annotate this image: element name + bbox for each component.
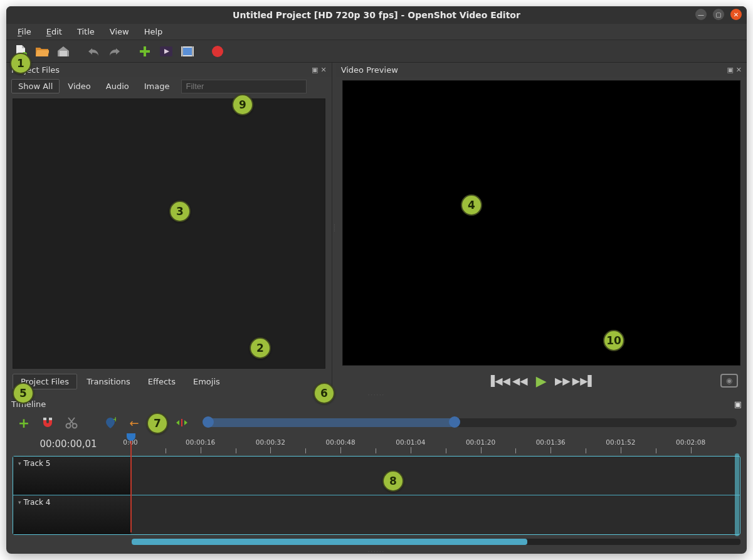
svg-rect-4 bbox=[182, 46, 183, 56]
filter-bar: Show All Video Audio Image bbox=[6, 77, 332, 96]
tab-transitions[interactable]: Transitions bbox=[78, 374, 139, 389]
tab-effects[interactable]: Effects bbox=[140, 374, 184, 389]
new-project-button[interactable] bbox=[13, 43, 29, 60]
svg-rect-8 bbox=[49, 418, 52, 420]
fast-forward-button[interactable]: ▶▶ bbox=[554, 372, 571, 389]
horizontal-scrollbar[interactable] bbox=[132, 539, 740, 545]
snapshot-button[interactable]: ◉ bbox=[720, 374, 738, 388]
track-header[interactable]: ▾Track 4 bbox=[13, 495, 131, 534]
video-preview-title: Video Preview bbox=[341, 65, 398, 75]
maximize-button[interactable] bbox=[713, 9, 724, 20]
choose-profile-button[interactable] bbox=[158, 43, 174, 60]
time-display: 00:00:00,01 bbox=[6, 435, 130, 453]
window-title: Untitled Project [HD 720p 30 fps] - Open… bbox=[233, 10, 520, 20]
undock-preview-icon[interactable]: ▣ bbox=[727, 66, 733, 74]
project-files-panel: Project Files ▣ ✕ Show All Video Audio I… bbox=[6, 63, 332, 393]
minimize-button[interactable] bbox=[695, 9, 707, 20]
menu-view[interactable]: View bbox=[103, 26, 135, 38]
svg-point-10 bbox=[73, 424, 77, 428]
timeline-title: Timeline bbox=[11, 399, 46, 409]
play-button[interactable]: ▶ bbox=[533, 372, 549, 389]
app-window: Untitled Project [HD 720p 30 fps] - Open… bbox=[6, 6, 747, 554]
menu-help[interactable]: Help bbox=[138, 26, 169, 38]
tick-label: 00:00:16 bbox=[186, 438, 215, 446]
tick-label: 00:02:08 bbox=[676, 438, 705, 446]
filter-image[interactable]: Image bbox=[137, 79, 177, 93]
tab-emojis[interactable]: Emojis bbox=[185, 374, 228, 389]
title-bar: Untitled Project [HD 720p 30 fps] - Open… bbox=[6, 6, 747, 24]
jump-start-button[interactable]: ▐◀◀ bbox=[490, 372, 507, 389]
track-row[interactable]: ▾Track 5 bbox=[13, 457, 740, 495]
zoom-handle-left[interactable] bbox=[203, 416, 214, 428]
tab-project-files[interactable]: Project Files bbox=[13, 374, 77, 389]
track-header[interactable]: ▾Track 5 bbox=[13, 457, 131, 495]
project-files-area[interactable] bbox=[13, 98, 325, 369]
tick-label: 00:00:48 bbox=[326, 438, 355, 446]
track-label: Track 5 bbox=[24, 459, 51, 468]
close-preview-icon[interactable]: ✕ bbox=[736, 66, 742, 74]
video-preview-area[interactable] bbox=[342, 80, 740, 366]
svg-rect-7 bbox=[43, 418, 46, 420]
tick-label: 00:01:36 bbox=[536, 438, 566, 446]
redo-button[interactable] bbox=[107, 43, 123, 60]
center-playhead-button[interactable] bbox=[174, 415, 189, 430]
timeline-panel: Timeline ▣ + + ← → bbox=[6, 397, 747, 554]
tracks-container: ▾Track 5▾Track 4 bbox=[13, 456, 740, 535]
open-project-button[interactable] bbox=[34, 43, 50, 60]
import-files-button[interactable] bbox=[137, 43, 153, 60]
svg-rect-5 bbox=[192, 46, 193, 56]
svg-rect-3 bbox=[182, 48, 192, 55]
playhead[interactable] bbox=[130, 435, 132, 532]
tick-label: 00:00:32 bbox=[256, 438, 285, 446]
jump-end-button[interactable]: ▶▶▌ bbox=[576, 372, 592, 389]
previous-marker-button[interactable]: ← bbox=[127, 415, 142, 430]
track-body[interactable] bbox=[131, 457, 740, 495]
filter-video[interactable]: Video bbox=[61, 79, 97, 93]
menu-title[interactable]: Title bbox=[71, 26, 101, 38]
chevron-down-icon[interactable]: ▾ bbox=[18, 499, 21, 505]
timeline-toolbar: + + ← → bbox=[6, 411, 747, 435]
undo-button[interactable] bbox=[85, 43, 102, 60]
svg-text:+: + bbox=[113, 416, 116, 423]
track-label: Track 4 bbox=[24, 498, 51, 507]
track-body[interactable] bbox=[131, 495, 740, 534]
fullscreen-button[interactable] bbox=[179, 43, 196, 60]
vertical-scrollbar[interactable] bbox=[735, 453, 739, 536]
main-toolbar bbox=[6, 40, 747, 63]
add-track-button[interactable]: + bbox=[16, 415, 31, 430]
tick-label: 00:01:04 bbox=[396, 438, 425, 446]
tick-label: 00:01:52 bbox=[606, 438, 635, 446]
video-preview-panel: Video Preview ▣ ✕ ▐◀◀ ◀◀ ▶ ▶▶ ▶▶▌ ◉ bbox=[336, 63, 747, 393]
playback-controls: ▐◀◀ ◀◀ ▶ ▶▶ ▶▶▌ ◉ bbox=[336, 368, 747, 393]
add-marker-button[interactable]: + bbox=[103, 415, 118, 430]
filter-show-all[interactable]: Show All bbox=[11, 79, 60, 93]
timeline-ruler[interactable]: 00:00:00,01 0:0000:00:1600:00:3200:00:48… bbox=[6, 435, 747, 453]
snapping-button[interactable] bbox=[40, 415, 55, 430]
menu-file[interactable]: File bbox=[11, 26, 38, 38]
svg-point-9 bbox=[66, 424, 71, 428]
project-files-title: Project Files bbox=[11, 65, 60, 75]
rewind-button[interactable]: ◀◀ bbox=[512, 372, 528, 389]
zoom-slider[interactable] bbox=[204, 418, 737, 427]
menu-edit[interactable]: Edit bbox=[40, 26, 68, 38]
filter-audio[interactable]: Audio bbox=[99, 79, 136, 93]
bottom-tabs: Project Files Transitions Effects Emojis bbox=[6, 371, 332, 393]
next-marker-button[interactable]: → bbox=[150, 415, 166, 430]
save-project-button[interactable] bbox=[55, 43, 71, 60]
svg-point-6 bbox=[212, 46, 223, 57]
filter-input[interactable] bbox=[181, 80, 307, 93]
tick-label: 00:01:20 bbox=[466, 438, 495, 446]
export-video-button[interactable] bbox=[209, 43, 226, 60]
undock-icon[interactable]: ▣ bbox=[312, 66, 318, 74]
svg-rect-12 bbox=[181, 419, 182, 426]
undock-timeline-icon[interactable]: ▣ bbox=[734, 399, 742, 409]
track-row[interactable]: ▾Track 4 bbox=[13, 495, 740, 534]
menu-bar: File Edit Title View Help bbox=[6, 24, 747, 40]
bottom-handle[interactable] bbox=[6, 550, 747, 554]
zoom-handle-right[interactable] bbox=[449, 416, 460, 428]
close-button[interactable] bbox=[730, 9, 742, 20]
close-panel-icon[interactable]: ✕ bbox=[320, 66, 326, 74]
chevron-down-icon[interactable]: ▾ bbox=[18, 460, 21, 467]
razor-button[interactable] bbox=[64, 415, 79, 430]
window-controls bbox=[695, 9, 742, 20]
